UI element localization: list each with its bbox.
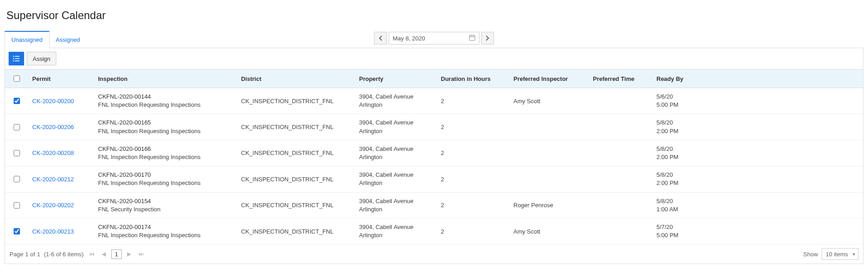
property-line1: 3904, Cabell Avenue xyxy=(359,93,441,101)
ready-date: 5/6/20 xyxy=(656,93,863,101)
row-checkbox-cell xyxy=(5,149,28,158)
table-row: CK-2020-00206CKFNL-2020-00165FNL Inspect… xyxy=(5,114,863,140)
cell-district: CK_INSPECTION_DISTRICT_FNL xyxy=(241,149,359,156)
tab-assigned[interactable]: Assigned xyxy=(49,31,86,48)
permit-link[interactable]: CK-2020-00208 xyxy=(32,149,74,156)
row-checkbox[interactable] xyxy=(14,176,20,182)
grid-footer: Page 1 of 1 (1-6 of 6 items) ⏮ ◀ 1 ▶ ⏭ S… xyxy=(5,244,863,264)
permit-link[interactable]: CK-2020-00206 xyxy=(32,124,74,130)
ready-date: 5/8/20 xyxy=(656,171,863,179)
date-prev-button[interactable] xyxy=(374,32,387,45)
header-district[interactable]: District xyxy=(241,75,359,82)
row-checkbox[interactable] xyxy=(14,202,20,209)
inspection-type: FNL Inspection Requesting Inspections xyxy=(98,231,241,239)
pager-page-input[interactable]: 1 xyxy=(111,249,122,259)
cell-duration: 2 xyxy=(441,228,513,235)
header-preferred-time[interactable]: Preferred Time xyxy=(593,75,656,82)
inspection-id: CKFNL-2020-00165 xyxy=(98,119,241,127)
property-line2: Arlington xyxy=(359,179,441,187)
cell-duration: 2 xyxy=(441,176,513,183)
row-checkbox[interactable] xyxy=(14,228,20,234)
cell-inspector: Amy Scott xyxy=(513,228,593,235)
svg-rect-7 xyxy=(15,58,20,59)
table-row: CK-2020-00208CKFNL-2020-00166FNL Inspect… xyxy=(5,140,863,166)
select-all-checkbox[interactable] xyxy=(14,75,20,82)
property-line2: Arlington xyxy=(359,231,441,239)
property-line1: 3904, Cabell Avenue xyxy=(359,145,441,153)
pager-next-button[interactable]: ▶ xyxy=(125,250,133,258)
grid-header: Permit Inspection District Property Dura… xyxy=(5,69,863,88)
cell-duration: 2 xyxy=(441,98,513,105)
ready-date: 5/8/20 xyxy=(656,145,863,153)
cell-inspection: CKFNL-2020-00166FNL Inspection Requestin… xyxy=(98,145,241,161)
cell-inspection: CKFNL-2020-00174FNL Inspection Requestin… xyxy=(98,223,241,239)
cell-inspection: CKFNL-2020-00170FNL Inspection Requestin… xyxy=(98,171,241,187)
svg-rect-5 xyxy=(15,56,20,57)
header-inspector[interactable]: Preferred Inspector xyxy=(513,75,593,82)
table-row: CK-2020-00200CKFNL-2020-00144FNL Inspect… xyxy=(5,88,863,114)
list-view-toggle[interactable] xyxy=(9,52,24,65)
cell-property: 3904, Cabell AvenueArlington xyxy=(359,119,441,135)
ready-time: 5:00 PM xyxy=(656,231,863,239)
grid-panel: Assign Permit Inspection District Proper… xyxy=(5,48,863,264)
cell-district: CK_INSPECTION_DISTRICT_FNL xyxy=(241,98,359,105)
pager-prev-button[interactable]: ◀ xyxy=(100,250,108,258)
cell-ready-by: 5/6/205:00 PM xyxy=(656,93,863,109)
row-checkbox-cell xyxy=(5,201,28,210)
permit-link[interactable]: CK-2020-00202 xyxy=(32,202,74,209)
permit-link[interactable]: CK-2020-00200 xyxy=(32,98,74,105)
row-checkbox[interactable] xyxy=(14,150,20,156)
header-inspection[interactable]: Inspection xyxy=(98,75,241,82)
cell-inspection: CKFNL-2020-00144FNL Inspection Requestin… xyxy=(98,93,241,109)
cell-permit: CK-2020-00208 xyxy=(28,149,98,156)
calendar-icon xyxy=(469,35,475,42)
header-ready-by[interactable]: Ready By xyxy=(656,75,863,82)
cell-district: CK_INSPECTION_DISTRICT_FNL xyxy=(241,202,359,209)
page-range: (1-6 of 6 items) xyxy=(44,251,84,258)
permit-link[interactable]: CK-2020-00212 xyxy=(32,176,74,183)
assign-button[interactable]: Assign xyxy=(27,52,56,65)
header-permit[interactable]: Permit xyxy=(28,75,98,82)
header-property[interactable]: Property xyxy=(359,75,441,82)
header-duration[interactable]: Duration in Hours xyxy=(441,75,513,82)
page-title: Supervisor Calendar xyxy=(6,9,863,22)
permit-link[interactable]: CK-2020-00213 xyxy=(32,228,74,235)
cell-ready-by: 5/8/201:00 AM xyxy=(656,197,863,214)
pager-last-button[interactable]: ⏭ xyxy=(137,250,146,258)
cell-ready-by: 5/7/205:00 PM xyxy=(656,223,863,239)
cell-inspector: Roger Penrose xyxy=(513,202,593,209)
inspection-type: FNL Inspection Requesting Inspections xyxy=(98,101,241,109)
ready-time: 2:00 PM xyxy=(656,153,863,161)
svg-point-8 xyxy=(13,60,15,62)
svg-point-6 xyxy=(13,58,15,60)
page-size-value: 10 items xyxy=(826,251,848,258)
property-line2: Arlington xyxy=(359,205,441,214)
page-current-text: 1 xyxy=(25,251,28,258)
property-line1: 3904, Cabell Avenue xyxy=(359,171,441,179)
page-size-selector: Show 10 items xyxy=(803,248,858,260)
cell-permit: CK-2020-00202 xyxy=(28,202,98,209)
page-size-dropdown[interactable]: 10 items xyxy=(822,248,858,260)
show-label: Show xyxy=(803,251,818,258)
tabs-bar: Unassigned Assigned May 8, 2020 xyxy=(5,31,863,48)
date-picker[interactable]: May 8, 2020 xyxy=(389,32,479,45)
cell-property: 3904, Cabell AvenueArlington xyxy=(359,197,441,214)
pager-first-button[interactable]: ⏮ xyxy=(87,250,96,258)
row-checkbox-cell xyxy=(5,123,28,132)
grid-body: CK-2020-00200CKFNL-2020-00144FNL Inspect… xyxy=(5,88,863,244)
property-line1: 3904, Cabell Avenue xyxy=(359,223,441,231)
row-checkbox[interactable] xyxy=(14,124,20,130)
inspection-id: CKFNL-2020-00166 xyxy=(98,145,241,153)
cell-district: CK_INSPECTION_DISTRICT_FNL xyxy=(241,176,359,183)
table-row: CK-2020-00213CKFNL-2020-00174FNL Inspect… xyxy=(5,219,863,244)
cell-permit: CK-2020-00200 xyxy=(28,98,98,105)
chevron-right-icon xyxy=(486,35,489,41)
inspection-id: CKFNL-2020-00154 xyxy=(98,197,241,205)
svg-point-4 xyxy=(13,56,15,57)
chevron-left-icon xyxy=(379,35,382,41)
cell-property: 3904, Cabell AvenueArlington xyxy=(359,171,441,187)
date-next-button[interactable] xyxy=(481,32,494,45)
row-checkbox[interactable] xyxy=(14,98,20,104)
page-total-text: 1 xyxy=(37,251,40,258)
tab-unassigned[interactable]: Unassigned xyxy=(5,31,49,48)
